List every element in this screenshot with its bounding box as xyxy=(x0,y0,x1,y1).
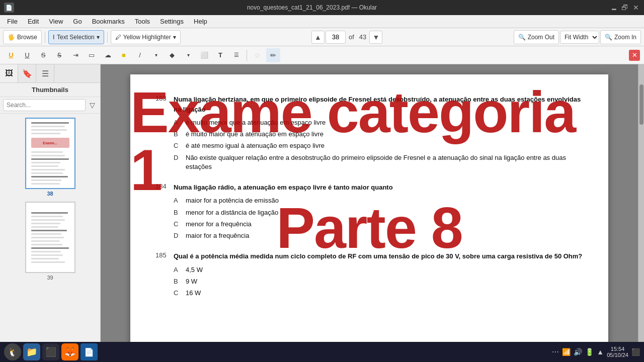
close-button[interactable]: ✕ xyxy=(632,4,640,12)
question-185: 185 Qual é a potência média medida num c… xyxy=(155,251,583,298)
taskbar-terminal-button[interactable]: ⬛ xyxy=(42,343,59,360)
menu-edit[interactable]: Edit xyxy=(23,17,44,26)
taskbar-clock[interactable]: 15:54 05/10/24 xyxy=(607,346,628,358)
next-page-button[interactable]: ▼ xyxy=(369,31,382,44)
question-184-header: 184 Numa ligação rádio, a atenuação em e… xyxy=(155,183,583,193)
question-184-text: Numa ligação rádio, a atenuação em espaç… xyxy=(174,183,393,193)
zoom-out-button[interactable]: 🔍 Zoom Out xyxy=(514,30,559,44)
zoom-in-icon: 🔍 xyxy=(605,34,612,41)
ann-lines-button[interactable]: ☰ xyxy=(229,48,244,62)
question-183-option-c: C é até mesmo igual à atenuação em espaç… xyxy=(174,141,583,150)
hand-icon: 🖐 xyxy=(8,34,15,41)
ann-star-button[interactable]: ☆ xyxy=(250,48,264,62)
pdf-content-wrapper: Exame categoria 1 Parte 8 183 Numa ligaç… xyxy=(101,64,644,342)
thumbnail-num-38: 38 xyxy=(47,191,53,197)
minimize-button[interactable]: 🗕 xyxy=(610,4,618,12)
taskbar-files-button[interactable]: 📁 xyxy=(23,343,40,360)
tray-apps-icon[interactable]: ⋯ xyxy=(552,348,559,356)
sidebar-tabs: 🖼 🔖 ☰ xyxy=(0,64,100,83)
menubar: File Edit View Go Bookmarks Tools Settin… xyxy=(0,15,644,28)
thumbnail-image-39 xyxy=(25,202,75,273)
question-184-option-b: B menor for a distância de ligação xyxy=(174,208,583,217)
bookmark-tab[interactable]: 🔖 xyxy=(18,64,36,82)
ann-strike2-button[interactable]: S̶ xyxy=(52,48,66,62)
menu-help[interactable]: Help xyxy=(189,17,212,26)
ann-cloud-button[interactable]: ☁ xyxy=(101,48,115,62)
menu-tools[interactable]: Tools xyxy=(130,17,155,26)
annotation-toolbar: U U S S̶ ⇥ ▭ ☁ ■ / ▾ ◆ ▾ ⬜ T ☰ ☆ ✏ ✕ xyxy=(0,46,644,64)
titlebar: 📄 novo_questoes_cat1_21_06_2023.pdf — Ok… xyxy=(0,0,644,15)
highlighter-icon: 🖊 xyxy=(115,34,121,41)
thumbnail-item-38[interactable]: Exame... 38 xyxy=(25,118,75,197)
toc-tab[interactable]: ☰ xyxy=(36,64,54,82)
text-selection-button[interactable]: Ⅰ Text Selection ▾ xyxy=(48,30,104,44)
toolbar-sep-2 xyxy=(107,32,108,43)
ann-arrow-dropdown[interactable]: ▾ xyxy=(149,48,163,62)
ann-pen-button[interactable]: ✏ xyxy=(266,48,280,62)
zoom-group: 🔍 Zoom Out Fit Width Fit Page 50% 100% 1… xyxy=(514,30,641,44)
tray-audio-icon[interactable]: 🔊 xyxy=(574,348,582,356)
menu-view[interactable]: View xyxy=(44,17,68,26)
menu-bookmarks[interactable]: Bookmarks xyxy=(87,17,130,26)
prev-page-button[interactable]: ▲ xyxy=(311,31,325,44)
pdf-scrollbar[interactable] xyxy=(638,64,644,342)
ann-fill-dropdown[interactable]: ▾ xyxy=(181,48,195,62)
ann-indent-button[interactable]: ⇥ xyxy=(68,48,83,62)
thumbnail-tab[interactable]: 🖼 xyxy=(0,64,18,82)
ann-arrow-button[interactable]: / xyxy=(133,48,147,62)
tray-network-icon[interactable]: 📶 xyxy=(562,348,571,356)
start-icon: 🐧 xyxy=(8,347,18,357)
tray-notifications-icon[interactable]: ▲ xyxy=(597,348,604,356)
ann-box-button[interactable]: ▭ xyxy=(85,48,99,62)
menu-settings[interactable]: Settings xyxy=(155,17,189,26)
thumbnail-item-39[interactable]: 39 xyxy=(25,202,75,281)
system-tray: ⋯ 📶 🔊 🔋 ▲ 15:54 05/10/24 ⬛ xyxy=(552,346,640,358)
titlebar-controls: 🗕 🗗 ✕ xyxy=(610,4,640,12)
ann-text-button[interactable]: T xyxy=(213,48,227,62)
thumbnail-image-38: Exame... xyxy=(25,118,75,189)
question-184: 184 Numa ligação rádio, a atenuação em e… xyxy=(155,183,583,240)
titlebar-title: novo_questoes_cat1_21_06_2023.pdf — Okul… xyxy=(14,4,610,11)
ann-strikethrough-button[interactable]: S xyxy=(36,48,50,62)
page-input[interactable]: 38 xyxy=(326,31,346,44)
pdf-page: Exame categoria 1 Parte 8 183 Numa ligaç… xyxy=(130,74,608,342)
question-185-option-c: C 16 W xyxy=(174,289,583,298)
question-183-options: A é muito menor que a atenuação em espaç… xyxy=(174,118,583,171)
close-annotation-button[interactable]: ✕ xyxy=(629,50,640,61)
ann-erase-button[interactable]: ⬜ xyxy=(197,48,211,62)
tray-battery-icon[interactable]: 🔋 xyxy=(585,348,594,356)
maximize-button[interactable]: 🗗 xyxy=(621,4,629,12)
clock-time: 15:54 xyxy=(611,346,625,352)
taskbar-browser-button[interactable]: 🦊 xyxy=(61,343,78,360)
ann-fill-button[interactable]: ◆ xyxy=(165,48,179,62)
menu-file[interactable]: File xyxy=(2,17,23,26)
question-185-option-a: A 4,5 W xyxy=(174,265,583,275)
okular-icon: 📄 xyxy=(84,347,94,357)
highlighter-button[interactable]: 🖊 Yellow Highlighter ▾ xyxy=(111,30,181,44)
tray-display-icon[interactable]: ⬛ xyxy=(631,348,640,356)
question-185-text: Qual é a potência média medida num ciclo… xyxy=(174,251,582,261)
sidebar-title: Thumbnails xyxy=(0,83,100,97)
ann-highlight-button[interactable]: ■ xyxy=(117,48,131,62)
browse-button[interactable]: 🖐 Browse xyxy=(3,30,42,44)
zoom-select[interactable]: Fit Width Fit Page 50% 100% 150% xyxy=(560,31,599,44)
question-184-options: A maior for a potência de emissão B meno… xyxy=(174,196,583,240)
scrollbar-thumb[interactable] xyxy=(639,84,643,125)
menu-go[interactable]: Go xyxy=(68,17,87,26)
pdf-area[interactable]: Exame categoria 1 Parte 8 183 Numa ligaç… xyxy=(101,64,638,342)
ann-underline-button[interactable]: U xyxy=(20,48,34,62)
ann-sep-1 xyxy=(247,50,247,61)
zoom-in-button[interactable]: 🔍 Zoom In xyxy=(600,30,641,44)
question-183-header: 183 Numa ligação hertziana, em que o pri… xyxy=(155,95,583,114)
question-185-header: 185 Qual é a potência média medida num c… xyxy=(155,251,583,261)
ann-underline-yellow-button[interactable]: U xyxy=(4,48,18,62)
sidebar: 🖼 🔖 ☰ Thumbnails ▽ Exame... xyxy=(0,64,101,342)
start-button[interactable]: 🐧 xyxy=(4,343,21,360)
filter-button[interactable]: ▽ xyxy=(88,99,97,111)
page-of-label: of xyxy=(349,33,354,41)
search-input[interactable] xyxy=(3,99,86,111)
main-toolbar: 🖐 Browse Ⅰ Text Selection ▾ 🖊 Yellow Hig… xyxy=(0,28,644,46)
text-cursor-icon: Ⅰ xyxy=(53,34,55,41)
thumbnail-num-39: 39 xyxy=(47,275,53,281)
taskbar-okular-button[interactable]: 📄 xyxy=(80,343,98,360)
